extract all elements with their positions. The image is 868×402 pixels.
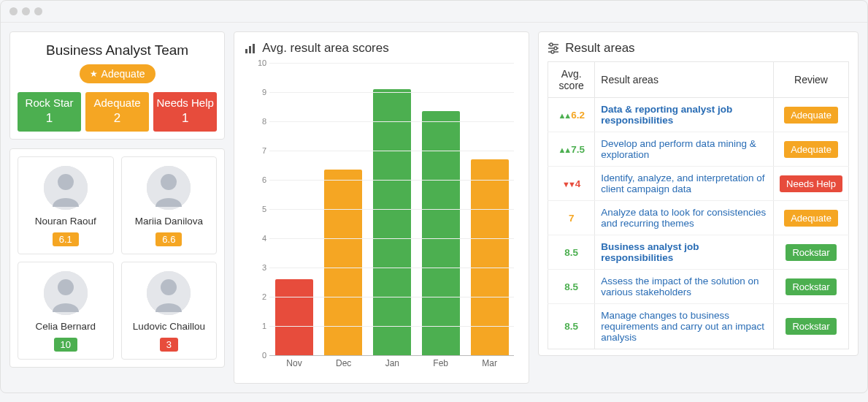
members-grid: Nouran Raouf6.1Mariia Danilova6.6Celia B… [10, 149, 224, 367]
trend-up-icon: ▲▲ [558, 111, 569, 120]
result-score: ▲▲7.5 [548, 132, 595, 167]
review-badge: Adequate [784, 141, 838, 158]
member-name: Celia Bernard [36, 321, 96, 332]
svg-rect-9 [249, 46, 251, 53]
sliders-icon [548, 42, 559, 54]
result-review-cell: Adequate [774, 132, 849, 167]
review-badge: Adequate [784, 107, 838, 124]
member-name: Nouran Raouf [35, 216, 96, 227]
result-area-link[interactable]: Assess the impact of the solution on var… [601, 276, 758, 297]
result-area-link[interactable]: Develop and perform data mining & explor… [601, 138, 756, 160]
result-review-cell: Needs Help [774, 167, 849, 201]
team-count-label: Adequate [93, 96, 140, 109]
chart-x-tick: Nov [286, 358, 302, 373]
window-dot [9, 7, 18, 15]
window-dot [22, 7, 30, 15]
member-name: Mariia Danilova [135, 216, 203, 227]
chart-title-row: Avg. result area scores [245, 41, 518, 56]
chart-gridline [269, 151, 514, 151]
chart-y-tick: 4 [250, 234, 266, 243]
th-score[interactable]: Avg. score [548, 62, 595, 98]
chart-x-tick: Jan [385, 358, 399, 373]
result-area: Business analyst job responsibilities [595, 235, 774, 270]
result-review-cell: Rockstar [774, 304, 849, 349]
result-row: ▲▲6.2Data & reporting analyst job respon… [548, 98, 849, 132]
result-areas-title: Result areas [565, 41, 634, 56]
th-area[interactable]: Result areas [595, 62, 774, 98]
result-score-value: 8.5 [564, 281, 578, 292]
chart-gridline [269, 268, 514, 268]
chart-x-tick: Dec [336, 358, 351, 373]
result-row: 8.5Manage changes to business requiremen… [548, 304, 849, 349]
avatar [147, 166, 191, 210]
result-area-link[interactable]: Manage changes to business requirements … [601, 310, 764, 343]
member-card[interactable]: Nouran Raouf6.1 [18, 156, 114, 254]
chart-y-tick: 3 [250, 263, 266, 272]
member-card[interactable]: Celia Bernard10 [18, 262, 114, 360]
avatar [44, 166, 88, 210]
avatar [147, 271, 191, 315]
result-score: ▼▼4 [548, 167, 595, 201]
chart-x-tick: Mar [482, 358, 497, 373]
svg-rect-10 [253, 44, 255, 53]
review-badge: Rockstar [786, 244, 836, 261]
chart-y-tick: 5 [250, 205, 266, 213]
result-areas-title-row: Result areas [548, 41, 849, 56]
team-count-box[interactable]: Rock Star1 [18, 92, 81, 132]
member-card[interactable]: Ludovic Chaillou3 [121, 262, 218, 360]
member-score: 3 [160, 338, 178, 352]
result-area: Analyze data to look for consistencies a… [595, 201, 774, 235]
result-review-cell: Rockstar [774, 270, 849, 304]
left-column: Business Analyst Team ★ Adequate Rock St… [9, 31, 225, 368]
team-overall-label: Adequate [101, 68, 145, 80]
dashboard-content: Business Analyst Team ★ Adequate Rock St… [1, 23, 867, 392]
th-review[interactable]: Review [774, 62, 849, 98]
chart-bar[interactable] [324, 170, 362, 355]
result-area: Manage changes to business requirements … [595, 304, 774, 349]
team-count-box[interactable]: Adequate2 [85, 92, 149, 132]
chart-bar[interactable] [422, 111, 460, 355]
chart-gridline [269, 209, 514, 210]
team-count-value: 1 [19, 110, 80, 126]
trend-up-icon: ▲▲ [558, 145, 569, 154]
chart-bar[interactable] [373, 89, 411, 355]
chart-area: 012345678910 NovDecJanFebMar [245, 58, 518, 373]
chart-y-tick: 1 [250, 322, 266, 330]
result-areas-panel: Result areas Avg. score Result areas Rev… [538, 31, 859, 356]
team-members-card: Nouran Raouf6.1Mariia Danilova6.6Celia B… [9, 148, 225, 368]
result-area: Develop and perform data mining & explor… [595, 132, 774, 167]
member-score: 6.6 [155, 232, 182, 246]
member-card[interactable]: Mariia Danilova6.6 [121, 156, 218, 254]
review-badge: Rockstar [786, 278, 836, 295]
team-count-box[interactable]: Needs Help1 [153, 92, 217, 132]
result-score-value: 7 [569, 213, 575, 224]
chart-gridline [269, 238, 514, 239]
result-areas-table: Avg. score Result areas Review ▲▲6.2Data… [548, 61, 849, 349]
result-area-link[interactable]: Data & reporting analyst job responsibil… [601, 104, 732, 126]
chart-gridline [269, 326, 514, 327]
result-area-link[interactable]: Business analyst job responsibilities [601, 241, 699, 263]
chart-gridline [269, 63, 514, 64]
result-row: ▼▼4Identify, analyze, and interpretation… [548, 167, 849, 201]
chart-y-tick: 2 [250, 292, 266, 301]
result-score-value: 7.5 [571, 144, 585, 155]
svg-point-1 [58, 174, 74, 190]
team-summary-card: Business Analyst Team ★ Adequate Rock St… [9, 31, 225, 140]
chart-y-tick: 10 [250, 58, 266, 67]
window-dot [34, 7, 42, 15]
result-area-link[interactable]: Identify, analyze, and interpretation of… [601, 172, 764, 194]
svg-point-7 [161, 279, 177, 295]
result-area-link[interactable]: Analyze data to look for consistencies a… [601, 207, 766, 229]
chart-title: Avg. result area scores [262, 41, 389, 56]
result-row: 8.5Assess the impact of the solution on … [548, 270, 849, 304]
chart-y-tick: 0 [250, 351, 266, 360]
svg-point-16 [551, 50, 554, 53]
avatar [44, 271, 88, 315]
result-score-value: 8.5 [564, 247, 578, 258]
result-score-value: 4 [575, 178, 581, 189]
star-icon: ★ [90, 69, 98, 79]
chart-bar[interactable] [275, 279, 313, 355]
team-count-value: 1 [155, 110, 215, 126]
svg-point-14 [554, 47, 557, 50]
svg-point-5 [58, 279, 74, 295]
